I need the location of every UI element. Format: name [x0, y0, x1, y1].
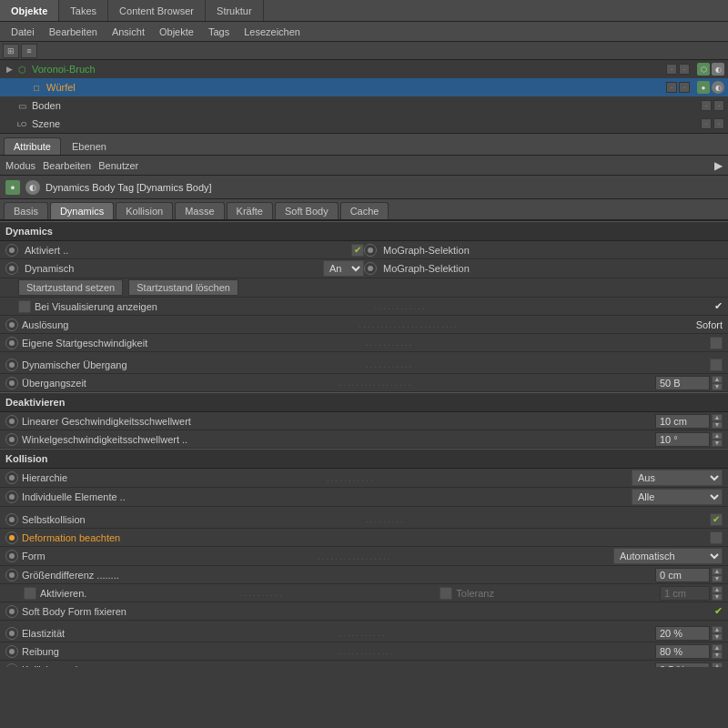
- tab-soft-body[interactable]: Soft Body: [275, 202, 339, 219]
- tab-struktur[interactable]: Struktur: [206, 0, 264, 21]
- input-uebergangszeit[interactable]: [655, 376, 710, 390]
- radio-startgeschw[interactable]: [5, 337, 18, 349]
- spin-kollisionsnoise-up[interactable]: ▲: [712, 662, 723, 668]
- radio-aktiviert[interactable]: [5, 244, 18, 257]
- voronoi-dot[interactable]: ·: [679, 64, 690, 75]
- spin-winkelgeschw-down[interactable]: ▼: [712, 440, 723, 447]
- radio-groessendiff[interactable]: [5, 569, 18, 581]
- voronoi-check[interactable]: ·: [666, 64, 677, 75]
- radio-mograph1[interactable]: [364, 244, 377, 257]
- tree-row-szene[interactable]: LO Szene · ·: [0, 115, 728, 133]
- radio-hierarchie[interactable]: [5, 471, 18, 484]
- radio-deformation[interactable]: [5, 531, 18, 544]
- tree-row-voronoi[interactable]: ▶ ⬡ Voronoi-Bruch · · ⬡ ◐: [0, 60, 728, 78]
- spin-toleranz-down[interactable]: ▼: [712, 593, 723, 601]
- spin-winkelgeschw-up[interactable]: ▲: [712, 432, 723, 440]
- tab-takes[interactable]: Takes: [59, 0, 108, 21]
- menu-lesezeichen[interactable]: Lesezeichen: [237, 25, 308, 39]
- tab-ebenen[interactable]: Ebenen: [63, 138, 116, 155]
- btn-startzustand-loeschen[interactable]: Startzustand löschen: [128, 279, 238, 296]
- select-form[interactable]: Automatisch Box: [613, 548, 723, 564]
- attr-bearbeiten[interactable]: Bearbeiten: [43, 160, 91, 171]
- radio-reibung[interactable]: [5, 645, 18, 658]
- tree-row-boden[interactable]: ▭ Boden · ·: [0, 96, 728, 115]
- boden-check[interactable]: ·: [701, 100, 712, 111]
- attr-benutzer[interactable]: Benutzer: [98, 160, 138, 171]
- input-winkelgeschw[interactable]: [655, 432, 710, 447]
- check-aktiviert[interactable]: ✔: [351, 244, 364, 257]
- select-dynamisch[interactable]: An Aus: [323, 260, 364, 277]
- tab-dynamics[interactable]: Dynamics: [50, 202, 114, 219]
- input-reibung[interactable]: [655, 644, 710, 659]
- tree-row-wuerfel[interactable]: □ Würfel · · ● ◐: [0, 78, 728, 96]
- attr-arrow[interactable]: ▶: [714, 159, 723, 172]
- radio-mograph2[interactable]: [364, 262, 377, 275]
- spin-uebergangszeit-down[interactable]: ▼: [712, 383, 723, 390]
- check-selbstkoll[interactable]: ✔: [710, 513, 723, 526]
- radio-dynamisch[interactable]: [5, 262, 18, 275]
- tab-kraefte[interactable]: Kräfte: [227, 202, 273, 219]
- tab-objekte[interactable]: Objekte: [0, 0, 59, 21]
- menu-datei[interactable]: Datei: [4, 25, 42, 39]
- radio-ausloesung[interactable]: [5, 318, 18, 331]
- radio-winkelgeschw[interactable]: [5, 433, 18, 446]
- select-hierarchie[interactable]: Aus An: [632, 470, 723, 486]
- wuerfel-dot[interactable]: ·: [679, 82, 690, 93]
- wuerfel-tag1[interactable]: ●: [697, 81, 710, 94]
- radio-uebergangszeit[interactable]: [5, 377, 18, 389]
- check-toleranz-enable[interactable]: [440, 587, 452, 600]
- spin-uebergangszeit-up[interactable]: ▲: [712, 376, 723, 383]
- menu-ansicht[interactable]: Ansicht: [105, 25, 152, 39]
- input-groessendiff[interactable]: [655, 568, 710, 582]
- tree-expand-voronoi[interactable]: ▶: [4, 64, 15, 75]
- radio-selbstkoll[interactable]: [5, 513, 18, 526]
- wuerfel-check[interactable]: ·: [666, 82, 677, 93]
- spin-reibung-down[interactable]: ▼: [712, 652, 723, 659]
- check-visualisierung[interactable]: [18, 300, 31, 313]
- tab-cache[interactable]: Cache: [340, 202, 389, 219]
- input-toleranz[interactable]: [660, 586, 710, 601]
- voronoi-tag2[interactable]: ◐: [712, 63, 724, 76]
- spin-lingeschw-down[interactable]: ▼: [712, 421, 723, 429]
- menu-tags[interactable]: Tags: [201, 25, 237, 39]
- tab-kollision[interactable]: Kollision: [116, 202, 173, 219]
- radio-form[interactable]: [5, 550, 18, 562]
- tab-basis[interactable]: Basis: [4, 202, 48, 219]
- spin-groessendiff-up[interactable]: ▲: [712, 568, 723, 575]
- spin-reibung-up[interactable]: ▲: [712, 644, 723, 652]
- tab-attribute[interactable]: Attribute: [4, 137, 61, 155]
- radio-kollisionsnoise[interactable]: [5, 663, 18, 668]
- check-deformation[interactable]: [710, 531, 723, 544]
- toolbar-grid-btn[interactable]: ⊞: [3, 44, 19, 58]
- attr-modus[interactable]: Modus: [5, 160, 35, 171]
- szene-check[interactable]: ·: [701, 118, 712, 129]
- check-dyn-uebergang[interactable]: [710, 359, 723, 371]
- radio-individ[interactable]: [5, 490, 18, 503]
- menu-objekte[interactable]: Objekte: [152, 25, 201, 39]
- spin-toleranz-up[interactable]: ▲: [712, 586, 723, 593]
- check-aktivieren[interactable]: [24, 587, 36, 600]
- spin-elastizitaet-down[interactable]: ▼: [712, 633, 723, 641]
- spin-lingeschw-up[interactable]: ▲: [712, 414, 723, 421]
- tree-expand-boden: [4, 100, 15, 111]
- boden-dot[interactable]: ·: [713, 100, 724, 111]
- spin-elastizitaet-up[interactable]: ▲: [712, 626, 723, 633]
- tab-masse[interactable]: Masse: [175, 202, 224, 219]
- select-individ[interactable]: Alle Keine: [632, 489, 723, 505]
- radio-lingeschw[interactable]: [5, 415, 18, 428]
- tab-content-browser[interactable]: Content Browser: [108, 0, 206, 21]
- szene-dot[interactable]: ·: [713, 118, 724, 129]
- toolbar-list-btn[interactable]: ≡: [21, 44, 37, 58]
- input-lingeschw[interactable]: [655, 414, 710, 429]
- input-elastizitaet[interactable]: [655, 626, 710, 641]
- btn-startzustand-setzen[interactable]: Startzustand setzen: [18, 279, 123, 296]
- wuerfel-tag2[interactable]: ◐: [712, 81, 724, 94]
- voronoi-tag1[interactable]: ⬡: [697, 63, 710, 76]
- radio-softbody-fixieren[interactable]: [5, 605, 18, 618]
- radio-elastizitaet[interactable]: [5, 627, 18, 640]
- radio-dyn-uebergang[interactable]: [5, 359, 18, 371]
- spin-groessendiff-down[interactable]: ▼: [712, 575, 723, 582]
- check-startgeschw[interactable]: [710, 337, 723, 349]
- input-kollisionsnoise[interactable]: [655, 662, 710, 668]
- menu-bearbeiten[interactable]: Bearbeiten: [42, 25, 105, 39]
